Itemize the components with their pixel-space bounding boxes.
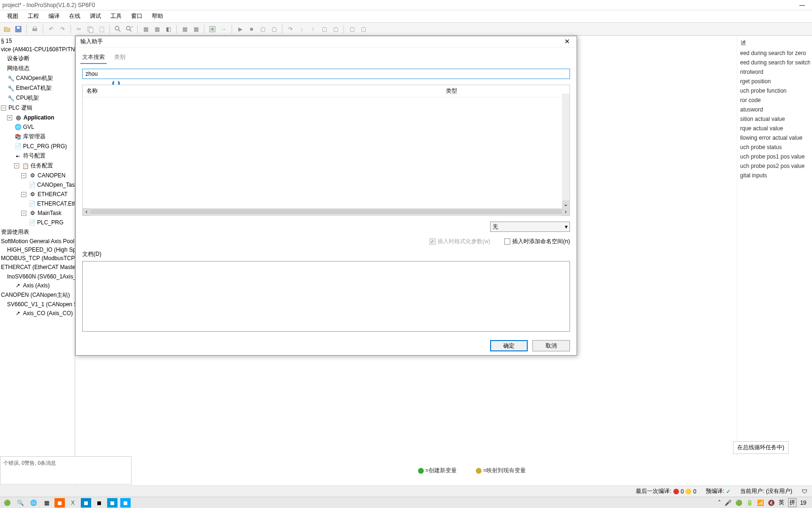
menu-project[interactable]: 工程 xyxy=(23,10,44,22)
expander-icon[interactable]: − xyxy=(21,211,26,216)
scroll-right-icon[interactable]: › xyxy=(562,208,570,215)
property-item[interactable]: eed during search for switch xyxy=(739,58,810,67)
search-input[interactable] xyxy=(82,69,570,79)
toolbar-btn-9[interactable]: ◧ xyxy=(164,24,173,34)
column-type[interactable]: 类型 xyxy=(446,87,566,95)
taskbar-app-icon[interactable]: ◼ xyxy=(81,498,91,508)
property-item[interactable]: eed during search for zero xyxy=(739,48,810,58)
tree-item-application[interactable]: −◎Application xyxy=(0,113,75,122)
tree-item[interactable]: SoftMotion General Axis Pool xyxy=(0,237,75,246)
checkbox-icon[interactable] xyxy=(504,238,510,245)
tree-root[interactable]: § 15 xyxy=(0,37,75,45)
run-icon[interactable]: ▶ xyxy=(235,24,245,34)
find-replace-icon[interactable] xyxy=(125,24,134,34)
property-item[interactable]: sition actual value xyxy=(739,114,810,124)
expander-icon[interactable]: − xyxy=(14,163,19,168)
scroll-track[interactable] xyxy=(90,209,562,214)
expander-icon[interactable]: − xyxy=(21,173,26,178)
step-out-icon[interactable]: ↑ xyxy=(308,24,318,34)
edge-icon[interactable]: 🌐 xyxy=(28,498,39,508)
add-namespace-option[interactable]: 插入时添加命名空间(n) xyxy=(504,238,570,246)
tree-item[interactable]: −📋任务配置 xyxy=(0,161,75,171)
toolbar-btn-8[interactable]: ▦ xyxy=(152,24,162,34)
tray-volume-icon[interactable]: 🔇 xyxy=(768,500,775,506)
property-item[interactable]: uch probe pos2 pos value xyxy=(739,161,810,171)
menu-compile[interactable]: 编译 xyxy=(44,10,64,22)
taskbar-app-icon[interactable]: ◼ xyxy=(107,498,117,508)
property-item[interactable]: ntrolword xyxy=(739,67,810,77)
excel-icon[interactable]: X xyxy=(68,498,78,508)
tray-chevron-icon[interactable]: ˄ xyxy=(718,500,721,506)
undo-icon[interactable]: ↶ xyxy=(47,24,56,34)
tree-item[interactable]: 网络组态 xyxy=(0,64,75,73)
tree-item[interactable]: ↗Axis_CO (Axis_CO) xyxy=(0,309,75,318)
menu-tools[interactable]: 工具 xyxy=(106,10,126,22)
column-name[interactable]: 名称 xyxy=(86,87,446,95)
tree-item[interactable]: ▪▫符号配置 xyxy=(0,151,75,161)
cut-icon[interactable]: ✂ xyxy=(74,24,84,34)
open-icon[interactable] xyxy=(2,24,12,34)
toolbar-btn-15[interactable]: ▢ xyxy=(269,24,279,34)
search-icon[interactable]: 🔍 xyxy=(15,498,25,508)
print-icon[interactable] xyxy=(30,24,39,34)
tree-item[interactable]: HIGH_SPEED_IO (High Speed xyxy=(0,246,75,254)
tab-category[interactable]: 类别 xyxy=(112,51,127,64)
start-icon[interactable]: 🟢 xyxy=(2,498,12,508)
menu-help[interactable]: 帮助 xyxy=(147,10,168,22)
toolbar-btn-7[interactable]: ▦ xyxy=(141,24,150,34)
property-item[interactable]: rget position xyxy=(739,77,810,86)
redo-icon[interactable]: ↷ xyxy=(58,24,67,34)
tree-item[interactable]: 🔧CPU机架 xyxy=(0,93,75,103)
taskbar-app-icon[interactable]: ◼ xyxy=(55,498,65,508)
horizontal-scrollbar[interactable]: ‹ › xyxy=(83,208,570,215)
property-item[interactable]: atusword xyxy=(739,105,810,114)
tree-item[interactable]: 🔧EtherCAT机架 xyxy=(0,83,75,93)
scroll-left-icon[interactable]: ‹ xyxy=(83,208,90,215)
ime-language[interactable]: 英 xyxy=(779,499,784,507)
tray-wifi-icon[interactable]: 📶 xyxy=(757,500,764,506)
tree-item[interactable]: SV660C_V1_1 (CANopen Sla xyxy=(0,300,75,309)
menu-window[interactable]: 窗口 xyxy=(126,10,147,22)
tab-text-search[interactable]: 文本搜索 xyxy=(80,51,107,64)
documentation-textarea[interactable] xyxy=(82,261,570,332)
expander-icon[interactable]: − xyxy=(7,115,12,120)
vertical-scrollbar[interactable]: ⌄ xyxy=(562,94,570,208)
toolbar-btn-19[interactable]: ▢ xyxy=(320,24,329,34)
tree-item[interactable]: ↗Axis (Axis) xyxy=(0,281,75,290)
toolbar-btn-11[interactable]: ▦ xyxy=(191,24,201,34)
tree-item[interactable]: InoSV660N (SV660_1Axis_0 xyxy=(0,272,75,281)
property-item[interactable]: gital inputs xyxy=(739,171,810,180)
taskbar-app-icon[interactable]: ◼ xyxy=(120,498,131,508)
menu-view[interactable]: 视图 xyxy=(2,10,23,22)
toolbar-btn-22[interactable]: ▢ xyxy=(359,24,368,34)
tree-item[interactable]: 设备诊断 xyxy=(0,54,75,64)
tree-item[interactable]: 📚库管理器 xyxy=(0,132,75,142)
tree-item[interactable]: ETHERCAT (EtherCAT Master 设 xyxy=(0,262,75,272)
tray-network-icon[interactable]: 🟢 xyxy=(735,500,742,506)
expander-icon[interactable]: − xyxy=(1,105,6,111)
tray-battery-icon[interactable]: 🔋 xyxy=(746,500,753,506)
compile-icon[interactable] xyxy=(208,24,217,34)
find-icon[interactable] xyxy=(113,24,123,34)
taskbar-app-icon[interactable]: ▦ xyxy=(41,498,52,508)
tree-item[interactable]: −⚙ETHERCAT xyxy=(0,190,75,199)
login-icon[interactable]: → xyxy=(219,24,228,34)
type-filter-select[interactable]: 无 ▾ xyxy=(490,222,570,232)
tray-time[interactable]: 19 xyxy=(800,500,806,506)
tree-item[interactable]: −PLC 逻辑 xyxy=(0,103,75,113)
tree-item[interactable]: vice (AM401-CPU1608TP/TN) xyxy=(0,45,75,54)
property-item[interactable]: uch probe status xyxy=(739,143,810,152)
tree-item[interactable]: 🌐GVL xyxy=(0,122,75,132)
ime-mode[interactable]: 拼 xyxy=(788,498,796,507)
property-item[interactable]: ror code xyxy=(739,95,810,105)
tree-item[interactable]: −⚙MainTask xyxy=(0,208,75,218)
menu-debug[interactable]: 调试 xyxy=(85,10,106,22)
toolbar-btn-10[interactable]: ▦ xyxy=(180,24,189,34)
menu-online[interactable]: 在线 xyxy=(64,10,85,22)
cancel-button[interactable]: 取消 xyxy=(532,340,570,351)
step-into-icon[interactable]: ↓ xyxy=(297,24,306,34)
tree-item[interactable]: 📄PLC_PRG xyxy=(0,218,75,227)
toolbar-btn-14[interactable]: ▢ xyxy=(258,24,267,34)
tree-item[interactable]: 📄ETHERCAT.Eth xyxy=(0,199,75,208)
toolbar-btn-20[interactable]: ▢ xyxy=(331,24,340,34)
